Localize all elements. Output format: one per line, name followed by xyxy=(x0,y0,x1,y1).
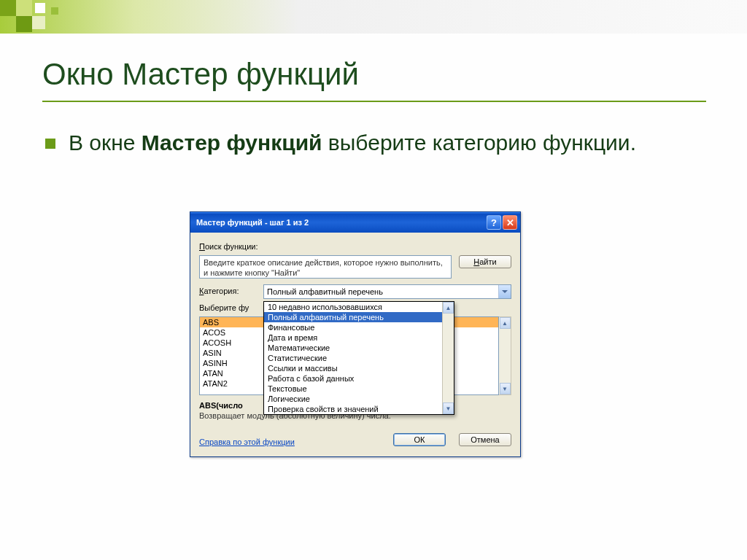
bullet-icon xyxy=(45,139,55,149)
dropdown-item[interactable]: 10 недавно использовавшихся xyxy=(264,302,442,312)
scroll-up-icon[interactable]: ▲ xyxy=(443,302,454,314)
close-button[interactable]: ✕ xyxy=(503,215,517,230)
body-text-bold: Мастер функций xyxy=(142,131,322,155)
slide-title: Окно Мастер функций xyxy=(42,57,359,92)
dropdown-items: 10 недавно использовавшихся Полный алфав… xyxy=(264,302,442,414)
dropdown-item[interactable]: Текстовые xyxy=(264,384,442,394)
dropdown-item[interactable]: Полный алфавитный перечень xyxy=(264,312,442,322)
dropdown-item[interactable]: Проверка свойств и значений xyxy=(264,404,442,414)
title-underline xyxy=(42,101,706,102)
category-label: Категория: xyxy=(199,284,263,295)
dialog-title: Мастер функций - шаг 1 из 2 xyxy=(196,218,309,227)
scroll-down-icon[interactable]: ▼ xyxy=(500,383,511,394)
category-dropdown[interactable]: 10 недавно использовавшихся Полный алфав… xyxy=(263,301,454,415)
deco-square xyxy=(0,0,16,16)
deco-square xyxy=(16,16,32,32)
scroll-up-icon[interactable]: ▲ xyxy=(500,317,511,329)
dropdown-item[interactable]: Финансовые xyxy=(264,322,442,332)
deco-square xyxy=(16,0,32,16)
dialog-body: Поиск функции: Введите краткое описание … xyxy=(190,233,520,456)
dropdown-item[interactable]: Ссылки и массивы xyxy=(264,363,442,373)
select-function-label: Выберите фу xyxy=(199,303,249,312)
help-button[interactable]: ? xyxy=(487,215,501,230)
help-link[interactable]: Справка по этой функции xyxy=(199,438,295,446)
deco-square xyxy=(35,3,45,13)
dropdown-item[interactable]: Математические xyxy=(264,343,442,353)
question-icon: ? xyxy=(491,217,497,228)
category-combo[interactable]: Полный алфавитный перечень xyxy=(263,284,511,299)
function-wizard-dialog: Мастер функций - шаг 1 из 2 ? ✕ Поиск фу… xyxy=(190,211,521,457)
search-input[interactable]: Введите краткое описание действия, котор… xyxy=(199,255,452,279)
cancel-button[interactable]: Отмена xyxy=(459,433,511,446)
deco-square xyxy=(32,16,45,29)
dropdown-item[interactable]: Статистические xyxy=(264,353,442,363)
dropdown-item[interactable]: Работа с базой данных xyxy=(264,373,442,384)
ok-button[interactable]: ОК xyxy=(393,433,446,446)
close-icon: ✕ xyxy=(506,217,514,228)
deco-square xyxy=(51,7,58,15)
body-text-suffix: выберите категорию функции. xyxy=(322,131,636,155)
body-text-prefix: В окне xyxy=(69,131,142,155)
dropdown-item[interactable]: Дата и время xyxy=(264,332,442,343)
slide: Окно Мастер функций В окне Мастер функци… xyxy=(0,0,747,560)
category-value: Полный алфавитный перечень xyxy=(267,287,383,296)
slide-body: В окне Мастер функций выберите категорию… xyxy=(69,128,636,158)
scrollbar[interactable]: ▲ ▼ xyxy=(499,316,511,395)
dropdown-scrollbar[interactable]: ▲ ▼ xyxy=(442,302,454,414)
chevron-down-icon[interactable] xyxy=(498,285,511,298)
scroll-down-icon[interactable]: ▼ xyxy=(443,402,454,414)
find-button[interactable]: Найти xyxy=(459,255,511,268)
decoration-bar xyxy=(0,0,747,34)
dialog-titlebar[interactable]: Мастер функций - шаг 1 из 2 ? ✕ xyxy=(190,212,520,233)
dropdown-item[interactable]: Логические xyxy=(264,394,442,404)
search-label: Поиск функции: xyxy=(199,240,263,251)
